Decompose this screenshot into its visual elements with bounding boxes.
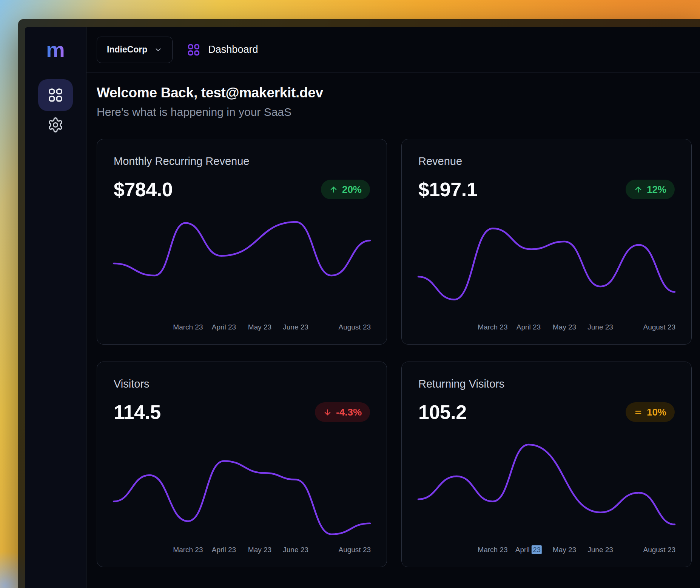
sidebar: m — [25, 27, 86, 588]
badge-label: 12% — [647, 185, 666, 194]
x-axis: March 23April 23May 23June 23August 23 — [418, 323, 675, 333]
card-visitors: Visitors 114.5 -4.3% — [97, 362, 387, 567]
arrow-up-icon — [634, 185, 643, 194]
sidebar-item-dashboard[interactable] — [38, 79, 73, 111]
main-area: IndieCorp Dashboard Welcome — [86, 27, 700, 588]
metric-value: 114.5 — [114, 401, 161, 423]
gear-icon — [47, 117, 64, 133]
trend-badge: 20% — [321, 180, 370, 199]
x-axis-label: June 23 — [283, 323, 308, 331]
card-title: Returning Visitors — [418, 378, 675, 390]
welcome-subtitle: Here's what is happening in your SaaS — [97, 106, 692, 119]
value-row: $784.0 20% — [114, 178, 370, 201]
trend-badge: 10% — [626, 402, 675, 422]
x-axis-label: August 23 — [338, 323, 371, 331]
equal-icon — [634, 408, 643, 417]
x-axis-label: August 23 — [338, 546, 371, 554]
x-axis: March 23April 23May 23June 23August 23 — [114, 546, 370, 556]
topbar: IndieCorp Dashboard — [86, 27, 700, 72]
org-switcher-button[interactable]: IndieCorp — [97, 37, 173, 63]
x-axis-label: March 23 — [173, 323, 203, 331]
x-axis-label: March 23 — [478, 546, 507, 554]
app-window: m — [18, 19, 700, 588]
trend-badge: -4.3% — [315, 402, 370, 422]
dashboard-grid-icon — [187, 43, 200, 57]
x-axis-label: April 23 — [212, 546, 236, 554]
line-chart — [114, 433, 370, 542]
x-axis: March 23April 23May 23June 23August 23 — [114, 323, 370, 333]
arrow-down-icon — [323, 408, 332, 417]
metrics-grid: Monthly Recurring Revenue $784.0 20% — [97, 139, 692, 567]
badge-label: 10% — [647, 407, 666, 417]
line-chart — [418, 433, 675, 542]
chart-area: March 23April 23May 23June 23August 23 — [418, 210, 675, 333]
page-header: Dashboard — [187, 43, 258, 57]
x-axis-label: March 23 — [478, 323, 507, 331]
line-chart — [114, 210, 370, 319]
badge-label: 20% — [342, 185, 362, 194]
x-axis: March 23April 23May 23June 23August 23 — [418, 546, 675, 556]
makerkit-logo: m — [46, 39, 65, 60]
x-axis-label: April 23 — [515, 546, 542, 554]
chart-area: March 23April 23May 23June 23August 23 — [114, 210, 370, 333]
metric-value: $197.1 — [418, 178, 477, 201]
card-monthly-recurring-revenue: Monthly Recurring Revenue $784.0 20% — [97, 139, 387, 345]
x-axis-label: May 23 — [553, 323, 576, 331]
x-axis-label: April 23 — [517, 323, 541, 331]
card-title: Monthly Recurring Revenue — [114, 155, 370, 168]
chevron-down-icon — [154, 46, 162, 54]
desktop-wallpaper: { "sidebar": { "logo_text": "m", "items"… — [0, 0, 700, 588]
metric-value: $784.0 — [114, 178, 173, 201]
card-title: Visitors — [114, 378, 370, 390]
x-axis-label: April 23 — [212, 323, 236, 331]
x-axis-label: June 23 — [587, 546, 613, 554]
badge-label: -4.3% — [336, 407, 362, 417]
chart-area: March 23April 23May 23June 23August 23 — [114, 433, 370, 556]
arrow-up-icon — [329, 185, 338, 194]
trend-badge: 12% — [626, 180, 675, 199]
x-axis-label: May 23 — [553, 546, 576, 554]
welcome-title: Welcome Back, test@makerkit.dev — [97, 85, 692, 101]
x-axis-label: May 23 — [248, 323, 271, 331]
x-axis-label: August 23 — [643, 323, 675, 331]
grid-icon — [48, 87, 63, 103]
x-axis-label: June 23 — [587, 323, 613, 331]
value-row: $197.1 12% — [418, 178, 675, 201]
x-axis-label: June 23 — [283, 546, 308, 554]
line-chart — [418, 210, 675, 319]
metric-value: 105.2 — [418, 401, 467, 423]
dashboard-app: m — [25, 27, 700, 588]
x-axis-label: August 23 — [643, 546, 675, 554]
card-revenue: Revenue $197.1 12% Ma — [401, 139, 692, 345]
x-axis-label: May 23 — [248, 546, 271, 554]
sidebar-item-settings[interactable] — [38, 112, 73, 138]
card-returning-visitors: Returning Visitors 105.2 10% — [401, 362, 692, 567]
content: Welcome Back, test@makerkit.dev Here's w… — [86, 72, 700, 567]
value-row: 114.5 -4.3% — [114, 401, 370, 423]
value-row: 105.2 10% — [418, 401, 675, 423]
x-axis-label: March 23 — [173, 546, 203, 554]
page-title: Dashboard — [208, 44, 258, 55]
card-title: Revenue — [418, 155, 675, 168]
text-selection: 23 — [532, 545, 542, 554]
org-name: IndieCorp — [107, 45, 147, 55]
chart-area: March 23April 23May 23June 23August 23 — [418, 433, 675, 556]
